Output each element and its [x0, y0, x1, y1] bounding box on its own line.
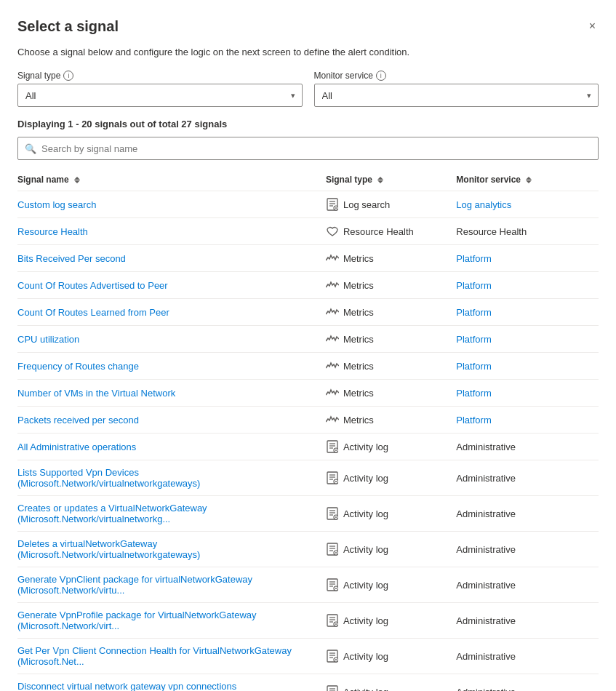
signal-name-cell: Generate VpnClient package for virtualNe… — [17, 567, 326, 603]
signal-type-sort-icon[interactable] — [377, 177, 383, 183]
monitor-service-cell: Administrative — [456, 639, 599, 674]
signal-name-sort-icon[interactable] — [74, 177, 80, 183]
monitor-service-cell: Platform — [456, 353, 599, 380]
table-row: Disconnect virtual network gateway vpn c… — [17, 674, 599, 692]
signal-type-info-icon[interactable]: i — [63, 71, 73, 81]
signal-name-link[interactable]: Lists Supported Vpn Devices (Microsoft.N… — [17, 467, 200, 489]
signal-name-link[interactable]: Disconnect virtual network gateway vpn c… — [17, 681, 236, 691]
signal-name-link[interactable]: Generate VpnClient package for virtualNe… — [17, 574, 252, 596]
signal-name-cell: Get Per Vpn Client Connection Health for… — [17, 639, 326, 674]
col-signal-name: Signal name — [17, 169, 326, 191]
monitor-service-value: Platform — [456, 307, 491, 318]
signal-type-select[interactable]: All Metrics Activity log Log search Reso… — [17, 84, 303, 107]
signal-type-cell: Activity log — [326, 434, 456, 460]
table-row: All Administrative operations Activity l… — [17, 434, 599, 460]
monitor-service-value: Administrative — [456, 651, 516, 662]
table-row: CPU utilization MetricsPlatform — [17, 326, 599, 353]
signal-type-cell: Metrics — [326, 299, 456, 326]
signal-name-link[interactable]: CPU utilization — [17, 334, 79, 345]
signal-name-cell: Number of VMs in the Virtual Network — [17, 380, 326, 407]
activity-log-icon — [326, 685, 339, 691]
filters-row: Signal type i All Metrics Activity log L… — [17, 71, 599, 107]
monitor-service-cell: Platform — [456, 380, 599, 407]
table-header-row: Signal name Signal type Monitor service — [17, 169, 599, 191]
search-input[interactable] — [17, 137, 599, 160]
signal-type-cell: Metrics — [326, 326, 456, 353]
signal-name-link[interactable]: All Administrative operations — [17, 442, 136, 452]
close-button[interactable]: × — [586, 17, 599, 35]
signal-name-cell: Disconnect virtual network gateway vpn c… — [17, 674, 326, 692]
display-count: Displaying 1 - 20 signals out of total 2… — [17, 119, 599, 129]
monitor-service-value: Administrative — [456, 442, 516, 452]
table-row: Frequency of Routes change MetricsPlatfo… — [17, 353, 599, 380]
signal-type-cell: Metrics — [326, 407, 456, 434]
signal-name-link[interactable]: Deletes a virtualNetworkGateway (Microso… — [17, 538, 200, 560]
monitor-service-cell: Platform — [456, 299, 599, 326]
monitor-service-value: Administrative — [456, 508, 516, 519]
table-row: Generate VpnClient package for virtualNe… — [17, 567, 599, 603]
signal-type-cell: Resource Health — [326, 218, 456, 245]
monitor-service-value: Platform — [456, 334, 491, 345]
signal-name-cell: Creates or updates a VirtualNetworkGatew… — [17, 496, 326, 532]
monitor-service-select-wrapper: All Platform Administrative Log analytic… — [314, 84, 599, 107]
signal-type-cell: Activity log — [326, 496, 456, 532]
resource-health-icon — [326, 225, 339, 238]
monitor-service-cell: Platform — [456, 245, 599, 272]
monitor-service-info-icon[interactable]: i — [376, 71, 386, 81]
monitor-service-sort-icon[interactable] — [526, 177, 532, 183]
monitor-service-cell: Platform — [456, 272, 599, 299]
dialog-description: Choose a signal below and configure the … — [17, 47, 599, 57]
monitor-service-cell: Platform — [456, 407, 599, 434]
signal-name-cell: Resource Health — [17, 218, 326, 245]
signal-name-link[interactable]: Bits Received Per second — [17, 253, 126, 264]
signal-name-cell: All Administrative operations — [17, 434, 326, 460]
signal-name-link[interactable]: Get Per Vpn Client Connection Health for… — [17, 645, 292, 667]
signal-name-link[interactable]: Number of VMs in the Virtual Network — [17, 388, 175, 399]
table-row: Resource Health Resource HealthResource … — [17, 218, 599, 245]
monitor-service-value: Administrative — [456, 580, 516, 591]
monitor-service-value: Platform — [456, 361, 491, 372]
table-body: Custom log search Log searchLog analytic… — [17, 191, 599, 692]
signal-type-text: Metrics — [343, 307, 374, 318]
signal-name-link[interactable]: Creates or updates a VirtualNetworkGatew… — [17, 503, 207, 524]
signal-name-link[interactable]: Packets received per second — [17, 415, 139, 426]
signal-name-link[interactable]: Count Of Routes Learned from Peer — [17, 307, 169, 318]
signal-type-text: Metrics — [343, 280, 374, 291]
metrics-icon — [326, 305, 339, 319]
signal-name-link[interactable]: Generate VpnProfile package for VirtualN… — [17, 610, 257, 631]
monitor-service-cell: Administrative — [456, 674, 599, 692]
monitor-service-cell: Administrative — [456, 434, 599, 460]
signal-type-cell: Activity log — [326, 639, 456, 674]
signal-name-link[interactable]: Resource Health — [17, 226, 88, 237]
monitor-service-value: Administrative — [456, 544, 516, 555]
signal-name-cell: Count Of Routes Advertised to Peer — [17, 272, 326, 299]
monitor-service-value: Platform — [456, 253, 491, 264]
table-row: Count Of Routes Learned from Peer Metric… — [17, 299, 599, 326]
signal-type-cell: Activity log — [326, 460, 456, 496]
monitor-service-value: Administrative — [456, 615, 516, 626]
metrics-icon — [326, 359, 339, 372]
monitor-service-cell: Administrative — [456, 567, 599, 603]
signal-type-select-wrapper: All Metrics Activity log Log search Reso… — [17, 84, 303, 107]
metrics-icon — [326, 332, 339, 346]
signal-name-link[interactable]: Custom log search — [17, 199, 96, 210]
signal-name-cell: Generate VpnProfile package for VirtualN… — [17, 603, 326, 639]
activity-log-icon — [326, 614, 339, 627]
table-row: Number of VMs in the Virtual Network Met… — [17, 380, 599, 407]
monitor-service-select[interactable]: All Platform Administrative Log analytic… — [314, 84, 599, 107]
signal-type-cell: Metrics — [326, 353, 456, 380]
monitor-service-cell: Resource Health — [456, 218, 599, 245]
signal-name-link[interactable]: Count Of Routes Advertised to Peer — [17, 280, 168, 291]
signal-name-cell: Deletes a virtualNetworkGateway (Microso… — [17, 532, 326, 567]
signal-type-label: Signal type i — [17, 71, 303, 81]
signal-type-text: Metrics — [343, 388, 374, 399]
table-row: Get Per Vpn Client Connection Health for… — [17, 639, 599, 674]
signal-type-cell: Activity log — [326, 674, 456, 692]
dialog-header: Select a signal × — [17, 17, 599, 35]
monitor-service-cell: Administrative — [456, 603, 599, 639]
activity-log-icon — [326, 440, 339, 453]
signal-name-link[interactable]: Frequency of Routes change — [17, 361, 139, 372]
signal-type-cell: Log search — [326, 191, 456, 218]
monitor-service-cell: Administrative — [456, 496, 599, 532]
table-row: Packets received per second MetricsPlatf… — [17, 407, 599, 434]
